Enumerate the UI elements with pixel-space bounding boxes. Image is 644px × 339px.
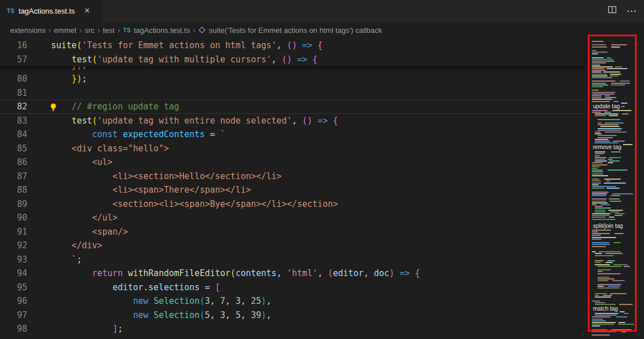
code-line[interactable]: }); [0, 66, 584, 72]
breadcrumb-item-symbol[interactable]: suite('Tests for Emmet actions on html t… [198, 26, 382, 35]
code-line[interactable]: 80 }); [0, 72, 584, 86]
line-number[interactable]: 91 [0, 225, 27, 239]
more-actions-icon[interactable]: ··· [627, 6, 637, 16]
line-number[interactable]: 95 [0, 281, 27, 295]
code-line[interactable]: 85 <div class="hello"> [0, 142, 584, 156]
editor-tab-bar: TS tagActions.test.ts × ··· [0, 0, 644, 22]
breadcrumb-item-emmet[interactable]: emmet [54, 26, 77, 35]
code-editor[interactable]: 16suite('Tests for Emmet actions on html… [0, 39, 590, 339]
token: 'Tests for Emmet actions on html tags' [82, 40, 276, 50]
minimap-line-mark [597, 124, 618, 125]
minimap-line-mark [592, 77, 612, 78]
line-number[interactable]: 92 [0, 239, 27, 253]
line-number[interactable]: 87 [0, 170, 27, 184]
code-line[interactable]: 88 <li><span>There</span></li> [0, 183, 584, 197]
breadcrumb-item-test[interactable]: test [103, 26, 115, 35]
code-line[interactable]: 87 <li><section>Hello</section></li> [0, 170, 584, 184]
code-line[interactable]: 98 ]; [0, 322, 584, 336]
minimap-line-mark [592, 44, 606, 45]
breadcrumb-item-file[interactable]: TS tagActions.test.ts [123, 26, 190, 35]
minimap-line-mark [595, 255, 614, 256]
token: , [241, 296, 251, 306]
line-number[interactable]: 90 [0, 211, 27, 225]
token: ( [230, 268, 235, 278]
code-line[interactable]: 91 <span/> [0, 225, 584, 239]
code-line[interactable]: 84 const expectedContents = ` [0, 128, 584, 142]
chevron-right-icon: › [190, 26, 199, 35]
minimap-line-mark [607, 188, 620, 189]
code-text: </ul> [51, 211, 584, 225]
token: { [333, 116, 338, 126]
code-line[interactable]: 86 <ul> [0, 155, 584, 170]
close-icon[interactable]: × [85, 6, 90, 15]
line-number[interactable]: 85 [0, 142, 27, 156]
code-line[interactable]: 89 <section><li><span>Bye</span></li></s… [0, 197, 584, 211]
line-number[interactable]: 57 [0, 53, 27, 67]
line-number[interactable]: 88 [0, 183, 27, 197]
breadcrumb-symbol-label: suite('Tests for Emmet actions on html t… [209, 26, 382, 35]
code-text: // #region update tag [51, 100, 584, 114]
vertical-scrollbar[interactable] [637, 39, 644, 339]
line-number[interactable]: 89 [0, 197, 27, 211]
lightbulb-icon[interactable] [49, 102, 58, 111]
minimap-line-mark [609, 115, 617, 116]
line-number[interactable]: 86 [0, 155, 27, 170]
breadcrumb-item-extensions[interactable]: extensions [10, 26, 45, 35]
minimap-line-mark [615, 213, 625, 214]
code-text: test('update tag with entire node select… [51, 114, 584, 128]
line-number[interactable]: 80 [0, 72, 27, 86]
token: = [200, 282, 215, 293]
line-number[interactable]: 84 [0, 128, 27, 142]
code-line[interactable]: 97 new Selection(5, 3, 5, 39), [0, 308, 584, 323]
breadcrumb-item-src[interactable]: src [85, 26, 94, 35]
minimap-line-mark [592, 66, 613, 67]
code-line[interactable]: 82 // #region update tag [0, 100, 584, 114]
line-number[interactable]: 81 [0, 86, 27, 100]
split-editor-icon[interactable] [608, 5, 617, 16]
minimap-line-mark [597, 130, 621, 131]
code-line[interactable]: 95 editor.selections = [ [0, 281, 584, 295]
sticky-scroll[interactable]: 16suite('Tests for Emmet actions on html… [0, 39, 584, 66]
breadcrumb: extensions › emmet › src › test › TS tag… [0, 22, 644, 39]
token [51, 74, 71, 84]
line-number[interactable]: 83 [0, 114, 27, 128]
token: Selection [154, 296, 200, 306]
tab-tagactions-test-ts[interactable]: TS tagActions.test.ts × [0, 0, 102, 22]
minimap-line-mark [608, 286, 620, 287]
line-number[interactable]: 98 [0, 322, 27, 336]
minimap-line-mark [609, 198, 620, 200]
token: <div class="hello"> [51, 143, 169, 154]
line-number[interactable]: 16 [0, 39, 27, 53]
token: 5 [205, 310, 210, 320]
minimap-line-mark [592, 319, 603, 320]
minimap-line-mark [592, 92, 616, 93]
code-line[interactable]: 93 `; [0, 253, 584, 267]
minimap-line-mark [597, 286, 604, 287]
code-line[interactable]: 16suite('Tests for Emmet actions on html… [0, 39, 584, 53]
minimap-line-mark [607, 57, 611, 58]
code-text: <li><section>Hello</section></li> [51, 170, 584, 184]
minimap-line-mark [595, 139, 608, 140]
code-line[interactable]: 90 </ul> [0, 211, 584, 225]
minimap-line-mark [606, 180, 610, 181]
code-line[interactable]: 94 return withRandomFileEditor(contents,… [0, 266, 584, 281]
minimap[interactable]: update tagremove tagsplit/join tagmatch … [590, 39, 637, 339]
minimap-line-mark [592, 334, 610, 336]
code-line[interactable]: 96 new Selection(3, 7, 3, 25), [0, 294, 584, 308]
code-line[interactable]: 57 test('update tag with multiple cursor… [0, 53, 584, 67]
line-number[interactable]: 94 [0, 266, 27, 281]
token: , [225, 310, 235, 320]
line-number[interactable]: 82 [0, 100, 27, 114]
minimap-line-mark [592, 70, 606, 71]
code-line[interactable]: 81 [0, 86, 584, 100]
code-line[interactable]: 92 </div> [0, 239, 584, 253]
line-number[interactable]: 93 [0, 253, 27, 267]
line-number[interactable]: 97 [0, 308, 27, 323]
minimap-line-mark [604, 112, 611, 113]
token: return [92, 268, 123, 278]
minimap-line-mark [592, 80, 616, 82]
code-line[interactable]: 83 test('update tag with entire node sel… [0, 114, 584, 128]
line-number[interactable]: 96 [0, 294, 27, 308]
token: withRandomFileEditor [128, 268, 230, 278]
minimap-line-mark [595, 115, 606, 116]
